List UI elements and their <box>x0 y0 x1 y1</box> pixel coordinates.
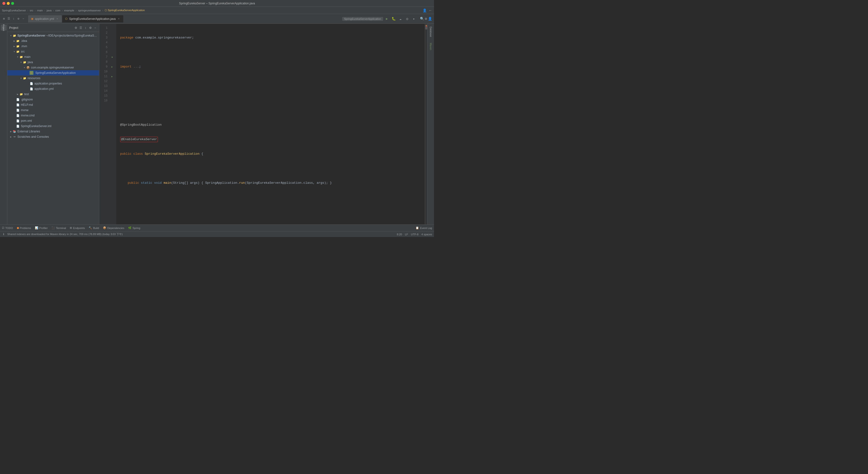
event-log-label: Event Log <box>420 227 432 229</box>
toolbar-gear-icon[interactable]: ⚙ <box>17 17 20 21</box>
endpoints-tool[interactable]: ⊞ Endpoints <box>70 226 85 229</box>
code-editor[interactable]: 1 2 3 4 5 6 7 8 9 10 11 12 13 14 15 16 <box>99 24 427 224</box>
code-content[interactable]: package com.example.springeurekaserver; … <box>116 24 427 224</box>
close-button[interactable] <box>2 2 5 5</box>
tree-item-scratches[interactable]: ▶ ✏ Scratches and Consoles <box>7 134 99 139</box>
sidebar-header-icons: ⚙ ☰ ↕ ⚙ − <box>74 26 97 30</box>
breadcrumb-example[interactable]: example <box>64 9 74 12</box>
toolbar-layout-icon[interactable]: ☰ <box>7 17 11 21</box>
tree-item-resources[interactable]: ▼ 📁 resources <box>7 75 99 81</box>
debug-button[interactable]: 🐛 <box>391 16 397 22</box>
settings-icon[interactable]: ⚙ <box>425 17 427 21</box>
tree-item-mvnw-cmd[interactable]: ▶ 📄 mvnw.cmd <box>7 113 99 118</box>
src-arrow-icon: ▼ <box>12 50 16 53</box>
search-icon[interactable]: 🔍 <box>420 17 424 21</box>
toolbar-sort-icon[interactable]: ↕ <box>11 17 16 21</box>
tree-item-app-yml[interactable]: ▶ 📄 application.yml <box>7 86 99 92</box>
minimize-button[interactable] <box>7 2 10 5</box>
tree-item-java[interactable]: ▼ 📁 java <box>7 60 99 65</box>
breadcrumb-class[interactable]: ⬡ SpringEurekaServerApplication <box>104 9 145 12</box>
sidebar-gear-icon[interactable]: ⚙ <box>88 26 92 30</box>
tree-item-iml[interactable]: ▶ 📄 SpringEurekaServer.iml <box>7 123 99 129</box>
toolbar-minus-icon[interactable]: − <box>21 17 25 21</box>
todo-tool[interactable]: ☑ TODO <box>2 226 13 229</box>
run-gutter-11[interactable]: ▶ <box>112 74 116 79</box>
problems-tool[interactable]: Problems <box>17 227 31 229</box>
todo-label: TODO <box>5 227 13 229</box>
line-num-5: 5 <box>99 45 110 50</box>
tree-item-main-class[interactable]: ▶ C SpringEurekaServerApplication <box>7 70 99 75</box>
toolbar-settings-icon[interactable]: ⚙ <box>2 17 6 21</box>
run-button[interactable]: ▶ <box>384 16 390 22</box>
event-log-icon: 📋 <box>415 226 419 229</box>
tree-item-idea[interactable]: ▶ 📁 .idea <box>7 38 99 43</box>
code-line-2 <box>120 50 423 55</box>
tree-root[interactable]: ▼ 📁 SpringEurekaServer ~/IDEAprojects/de… <box>7 33 99 38</box>
build-tool[interactable]: 🔨 Build <box>89 226 99 229</box>
terminal-tool[interactable]: ⬛ Terminal <box>52 226 66 229</box>
main-content: Project Project ⚙ ☰ ↕ ⚙ − ▼ 📁 SpringEure… <box>0 24 434 224</box>
package-folder-icon: 📦 <box>26 66 30 69</box>
tab-java-file[interactable]: ⬡ SpringEurekaServerApplication.java × <box>62 15 123 23</box>
line-num-8: 8 <box>99 60 110 64</box>
user-avatar[interactable]: 👤 <box>428 17 432 21</box>
sidebar-minus-icon[interactable]: − <box>93 26 97 30</box>
breadcrumb-com[interactable]: com <box>55 9 60 12</box>
profiler-tool[interactable]: 📊 Profiler <box>35 226 48 229</box>
tree-item-mvn[interactable]: ▶ 📁 .mvn <box>7 43 99 49</box>
spring-icon: 🌿 <box>128 226 131 229</box>
tab-close-java[interactable]: × <box>117 17 120 21</box>
cursor-position[interactable]: 8:20 <box>397 233 402 236</box>
breadcrumb-project[interactable]: SpringEurekaServer <box>2 9 26 12</box>
tab-application-yml[interactable]: ▣ application.yml × <box>28 15 62 23</box>
tree-scratches-label: Scratches and Consoles <box>18 135 97 138</box>
tree-item-main[interactable]: ▼ 📁 main <box>7 54 99 60</box>
tab-close-yml[interactable]: × <box>56 17 59 21</box>
line-ending[interactable]: LF <box>405 233 408 236</box>
tree-item-package[interactable]: ▼ 📦 com.example.springeurekaserver <box>7 65 99 70</box>
tree-item-src[interactable]: ▼ 📁 src <box>7 49 99 54</box>
maven-panel-button[interactable]: Maven <box>428 41 433 52</box>
dependencies-tool[interactable]: 📦 Dependencies <box>103 226 124 229</box>
tree-item-mvnw[interactable]: ▶ 📄 mvnw <box>7 107 99 113</box>
breadcrumb-java[interactable]: java <box>47 9 52 12</box>
tree-java-label: java <box>28 61 97 64</box>
tree-main-class-label: SpringEurekaServerApplication <box>35 71 97 74</box>
titlebar: SpringEurekaServer – SpringEurekaServerA… <box>0 0 434 7</box>
more-run-button[interactable]: ▸ <box>411 16 417 22</box>
sidebar-layout-icon[interactable]: ☰ <box>79 26 83 30</box>
breadcrumb-src[interactable]: src <box>30 9 33 12</box>
charset[interactable]: UTF-8 <box>411 233 418 236</box>
sidebar-sort-icon[interactable]: ↕ <box>84 26 87 30</box>
indent-spaces[interactable]: 4 spaces <box>422 233 432 236</box>
run-config-selector[interactable]: SpringEurekaServerApplication <box>342 17 383 21</box>
tree-item-app-properties[interactable]: ▶ 📄 application.properties <box>7 81 99 86</box>
breadcrumb-main[interactable]: main <box>37 9 43 12</box>
tree-item-help[interactable]: ▶ 📄 HELP.md <box>7 102 99 107</box>
run-arrow-11[interactable]: ▶ <box>112 75 113 78</box>
tree-item-test[interactable]: ▶ 📁 test <box>7 92 99 97</box>
coverage-button[interactable]: ☁ <box>398 16 403 22</box>
spring-tool[interactable]: 🌿 Spring <box>128 226 140 229</box>
breadcrumb-package[interactable]: springeurekaserver <box>78 9 101 12</box>
database-panel-button[interactable]: Database <box>428 25 433 39</box>
scrollbar-track[interactable]: ▲ ■ <box>425 24 427 224</box>
profile-icon[interactable]: 👤 <box>423 8 427 12</box>
code-line-10 <box>120 166 423 171</box>
navbar-right: 👤 ← <box>423 8 432 12</box>
project-panel-button[interactable]: Project <box>1 25 6 31</box>
sidebar-settings-icon[interactable]: ⚙ <box>74 26 78 30</box>
run-gutter-9[interactable]: ▶ <box>112 64 116 69</box>
tree-item-pom[interactable]: ▶ 📄 pom.xml <box>7 118 99 123</box>
event-log-tool[interactable]: 📋 Event Log <box>415 226 432 229</box>
annotation-gutter-7: ● <box>112 55 116 60</box>
sidebar-title: Project <box>9 26 18 30</box>
profile-button[interactable]: ◎ <box>404 16 410 22</box>
back-icon[interactable]: ← <box>429 8 432 12</box>
maximize-button[interactable] <box>11 2 14 5</box>
tree-item-gitignore[interactable]: ▶ 📄 .gitignore <box>7 97 99 102</box>
project-tree: ▼ 📁 SpringEurekaServer ~/IDEAprojects/de… <box>7 32 99 224</box>
mvn-folder-icon: 📁 <box>16 44 20 48</box>
tree-item-ext-libs[interactable]: ▶ 📚 External Libraries <box>7 129 99 134</box>
run-arrow-9[interactable]: ▶ <box>112 66 113 68</box>
